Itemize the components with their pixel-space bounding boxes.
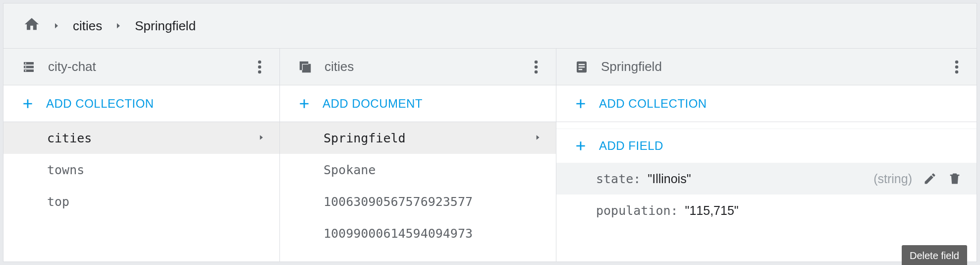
collection-column: cities ADD DOCUMENT Springfield Spokane [280, 49, 556, 262]
document-label: Springfield [324, 131, 534, 145]
svg-point-13 [955, 60, 959, 64]
svg-point-6 [535, 60, 538, 64]
add-collection-label: ADD COLLECTION [46, 97, 154, 111]
project-header: city-chat [3, 49, 279, 85]
field-key: state [596, 172, 633, 186]
add-subcollection-label: ADD COLLECTION [599, 97, 707, 111]
add-document-label: ADD DOCUMENT [323, 97, 423, 111]
svg-point-15 [955, 70, 959, 73]
add-field-label: ADD FIELD [599, 139, 663, 153]
svg-rect-12 [579, 68, 583, 70]
breadcrumb-item[interactable]: Springfield [135, 18, 196, 34]
svg-point-7 [535, 65, 538, 68]
document-item[interactable]: 10099000614594094973 [280, 217, 556, 249]
document-title: Springfield [601, 59, 935, 74]
document-item[interactable]: Spokane [280, 154, 556, 186]
field-value: "115,715" [685, 203, 739, 218]
delete-field-tooltip: Delete field [902, 245, 967, 265]
field-row[interactable]: population: "115,715" [556, 195, 977, 226]
chevron-right-icon [52, 18, 61, 34]
collection-item[interactable]: cities [3, 122, 279, 154]
project-title: city-chat [48, 59, 238, 74]
collection-label: top [47, 195, 265, 209]
document-item[interactable]: Springfield [280, 122, 556, 154]
collection-list: cities towns top [3, 122, 279, 262]
document-label: Spokane [324, 163, 541, 177]
collection-label: cities [47, 131, 258, 145]
field-type: (string) [873, 172, 912, 186]
document-label: 10063090567576923577 [324, 195, 541, 209]
collection-header: cities [280, 49, 556, 85]
chevron-right-icon [258, 131, 265, 145]
svg-point-0 [25, 63, 27, 64]
add-document-button[interactable]: ADD DOCUMENT [280, 85, 556, 122]
add-subcollection-button[interactable]: ADD COLLECTION [556, 85, 977, 122]
document-body: ADD FIELD state: "Illinois" (string) pop… [556, 122, 977, 262]
project-menu-button[interactable] [250, 56, 270, 78]
svg-point-1 [25, 66, 27, 67]
breadcrumb: cities Springfield [3, 3, 977, 48]
collection-label: towns [47, 163, 265, 177]
chevron-right-icon [534, 131, 541, 145]
svg-point-3 [258, 60, 262, 64]
project-column: city-chat ADD COLLECTION cities towns to [3, 49, 280, 262]
field-key: population [596, 203, 671, 218]
svg-point-14 [955, 65, 959, 68]
document-list: Springfield Spokane 10063090567576923577… [280, 122, 556, 262]
home-icon[interactable] [23, 16, 40, 36]
chevron-right-icon [114, 18, 123, 34]
collection-icon [298, 60, 313, 74]
field-row[interactable]: state: "Illinois" (string) [556, 163, 977, 195]
add-collection-button[interactable]: ADD COLLECTION [3, 85, 279, 122]
svg-point-8 [535, 70, 538, 73]
document-header: Springfield [556, 49, 977, 85]
collection-title: cities [325, 59, 514, 74]
svg-point-5 [258, 70, 262, 73]
collection-menu-button[interactable] [526, 56, 546, 78]
document-label: 10099000614594094973 [324, 226, 541, 241]
collection-item[interactable]: towns [3, 154, 279, 186]
delete-field-button[interactable] [948, 172, 962, 186]
document-icon [574, 60, 589, 74]
svg-point-4 [258, 65, 262, 68]
svg-point-2 [25, 70, 27, 71]
field-value: "Illinois" [648, 172, 691, 186]
add-field-button[interactable]: ADD FIELD [556, 129, 977, 163]
document-item[interactable]: 10063090567576923577 [280, 186, 556, 217]
svg-rect-10 [579, 64, 585, 65]
edit-field-button[interactable] [923, 172, 937, 186]
breadcrumb-item[interactable]: cities [73, 18, 102, 34]
svg-rect-11 [579, 66, 585, 67]
collection-item[interactable]: top [3, 186, 279, 217]
document-column: Springfield ADD COLLECTION ADD FIELD sta… [556, 49, 977, 262]
database-icon [21, 60, 36, 74]
document-menu-button[interactable] [947, 56, 967, 78]
